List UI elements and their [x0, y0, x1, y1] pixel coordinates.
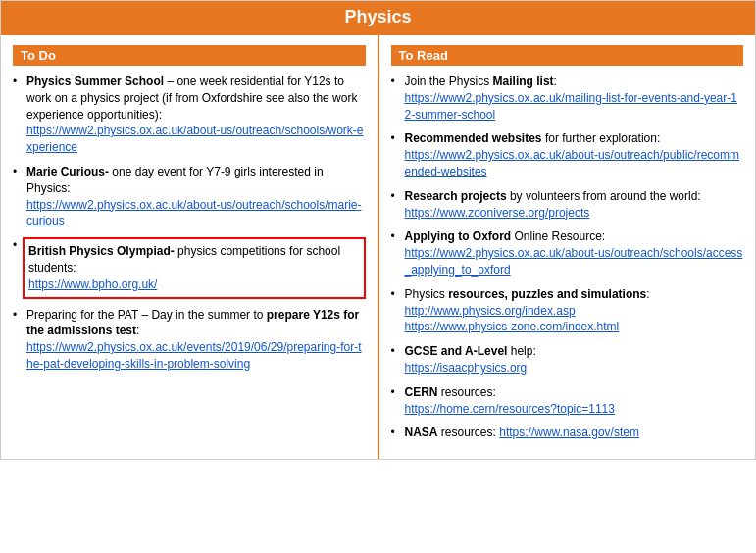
item-link-2[interactable]: https://www.physics-zone.com/index.html	[405, 320, 620, 333]
item-link[interactable]: https://www2.physics.ox.ac.uk/mailing-li…	[405, 91, 737, 122]
item-text: Physics Summer School – one week residen…	[26, 75, 364, 154]
item-link[interactable]: http://www.physics.org/index.asp	[405, 304, 576, 318]
list-item: Applying to Oxford Online Resource: http…	[391, 228, 744, 277]
item-bold: Recommended websites	[405, 131, 542, 145]
todo-column: To Do Physics Summer School – one week r…	[1, 35, 379, 459]
item-link[interactable]: https://isaacphysics.org	[405, 361, 528, 375]
list-item: British Physics Olympiad- physics compet…	[13, 237, 366, 298]
item-text: NASA resources: https://www.nasa.gov/ste…	[405, 426, 639, 439]
page-wrapper: Physics To Do Physics Summer School – on…	[0, 0, 756, 460]
item-bold: NASA	[405, 426, 438, 439]
toread-column: To Read Join the Physics Mailing list: h…	[379, 35, 756, 459]
item-bold: Marie Curious-	[26, 165, 109, 178]
page-title: Physics	[11, 7, 745, 27]
item-text: Recommended websites for further explora…	[405, 131, 739, 178]
item-link[interactable]: https://www2.physics.ox.ac.uk/about-us/o…	[26, 124, 364, 154]
list-item: Physics Summer School – one week residen…	[13, 74, 366, 156]
item-bold: resources, puzzles and simulations	[448, 287, 646, 301]
item-bold: CERN	[405, 385, 438, 399]
item-text: GCSE and A-Level help: https://isaacphys…	[405, 344, 536, 375]
item-link[interactable]: https://www2.physics.ox.ac.uk/events/201…	[26, 340, 362, 371]
list-item: Recommended websites for further explora…	[391, 130, 744, 179]
item-bold: British Physics Olympiad-	[28, 244, 175, 258]
item-link[interactable]: https://www.nasa.gov/stem	[499, 426, 639, 439]
item-link[interactable]: https://www2.physics.ox.ac.uk/about-us/o…	[405, 246, 743, 276]
item-text: Join the Physics Mailing list: https://w…	[405, 75, 737, 122]
list-item: Marie Curious- one day event for Y7-9 gi…	[13, 164, 366, 229]
list-item: Physics resources, puzzles and simulatio…	[391, 286, 744, 335]
item-text: CERN resources: https://home.cern/resour…	[405, 385, 615, 416]
list-item: CERN resources: https://home.cern/resour…	[391, 384, 744, 418]
item-link[interactable]: https://www2.physics.ox.ac.uk/about-us/o…	[26, 198, 361, 228]
item-link[interactable]: https://www.bpho.org.uk/	[28, 277, 157, 291]
item-text: Marie Curious- one day event for Y7-9 gi…	[26, 165, 361, 227]
item-bold: Physics Summer School	[26, 75, 164, 88]
list-item: NASA resources: https://www.nasa.gov/ste…	[391, 425, 744, 441]
todo-header: To Do	[13, 45, 366, 66]
highlighted-item: British Physics Olympiad- physics compet…	[23, 237, 366, 298]
item-link[interactable]: https://www2.physics.ox.ac.uk/about-us/o…	[405, 148, 739, 178]
item-bold: Research projects	[405, 189, 507, 203]
toread-header: To Read	[391, 45, 744, 66]
item-link[interactable]: https://home.cern/resources?topic=1113	[405, 402, 615, 416]
item-bold: Applying to Oxford	[405, 229, 512, 243]
list-item: Join the Physics Mailing list: https://w…	[391, 74, 744, 123]
item-text: Research projects by volunteers from aro…	[405, 189, 701, 220]
toread-list: Join the Physics Mailing list: https://w…	[391, 74, 744, 441]
item-text: Preparing for the PAT – Day in the summe…	[26, 308, 362, 371]
list-item: Preparing for the PAT – Day in the summe…	[13, 307, 366, 373]
item-bold: Mailing list	[493, 75, 554, 88]
item-bold: prepare Y12s for the admissions test	[26, 308, 359, 338]
list-item: GCSE and A-Level help: https://isaacphys…	[391, 343, 744, 377]
item-text: Applying to Oxford Online Resource: http…	[405, 229, 743, 276]
todo-list: Physics Summer School – one week residen…	[13, 74, 366, 373]
list-item: Research projects by volunteers from aro…	[391, 188, 744, 222]
page-header: Physics	[1, 1, 755, 33]
item-bold: GCSE and A-Level	[405, 344, 508, 358]
content-area: To Do Physics Summer School – one week r…	[1, 33, 755, 459]
item-text: Physics resources, puzzles and simulatio…	[405, 287, 650, 334]
item-link[interactable]: https://www.zooniverse.org/projects	[405, 206, 590, 220]
